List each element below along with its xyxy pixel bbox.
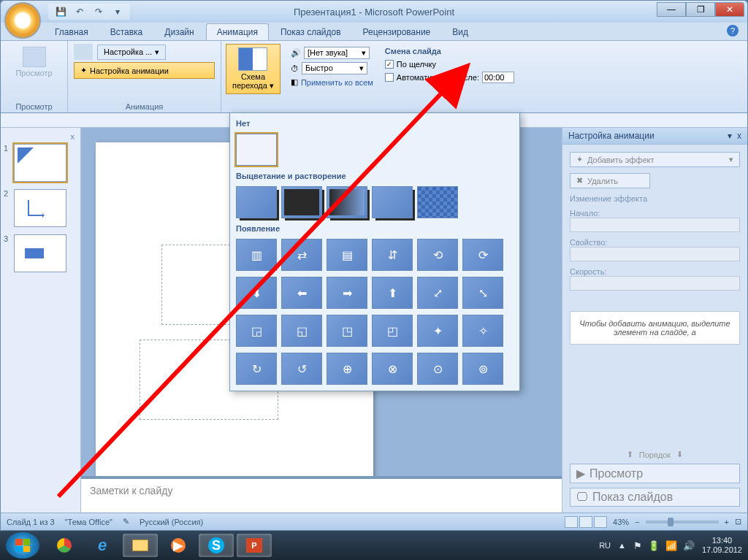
minimize-button[interactable]: — xyxy=(657,2,686,17)
normal-view-button[interactable] xyxy=(565,516,578,528)
zoom-out-icon[interactable]: − xyxy=(635,518,639,526)
zoom-percent[interactable]: 43% xyxy=(613,518,629,526)
transition-item[interactable]: ⬆ xyxy=(372,277,413,309)
qat-dropdown-icon[interactable]: ▾ xyxy=(111,5,124,18)
slide-thumb-2[interactable] xyxy=(14,189,66,227)
transition-item[interactable]: ✦ xyxy=(417,315,458,347)
transition-item[interactable]: ⇄ xyxy=(281,239,322,271)
custom-animation-button[interactable]: ✦ Настройка анимации xyxy=(74,62,215,79)
start-button[interactable] xyxy=(6,532,39,559)
transition-sound-dropdown[interactable]: [Нет звука]▾ xyxy=(304,47,370,59)
start-dropdown[interactable] xyxy=(570,218,740,232)
taskbar-skype-icon[interactable]: S xyxy=(199,534,234,557)
status-language[interactable]: Русский (Россия) xyxy=(140,518,203,526)
animate-dropdown[interactable]: Настройка ...▾ xyxy=(97,45,166,60)
speed-label: Скорость: xyxy=(570,267,740,276)
transition-item[interactable]: ⤢ xyxy=(417,277,458,309)
transition-item[interactable]: ⤡ xyxy=(462,277,503,309)
slide-thumb-1[interactable] xyxy=(14,144,66,182)
transition-item[interactable]: ⬇ xyxy=(236,277,277,309)
transition-item[interactable] xyxy=(327,186,367,218)
tray-flag-icon[interactable]: ⚑ xyxy=(633,540,642,551)
preview-button[interactable]: Просмотр xyxy=(7,44,61,80)
tray-clock[interactable]: 13:40 17.09.2012 xyxy=(702,536,742,555)
transition-item[interactable]: ➡ xyxy=(327,277,367,309)
transition-item[interactable]: ◳ xyxy=(327,315,367,347)
remove-effect-button[interactable]: ✖ Удалить xyxy=(570,173,650,188)
tab-design[interactable]: Дизайн xyxy=(154,24,204,40)
pane-slideshow-button[interactable]: 🖵 Показ слайдов xyxy=(570,488,740,507)
add-effect-button[interactable]: ✦ Добавить эффект ▾ xyxy=(570,152,740,167)
transition-none[interactable] xyxy=(236,134,277,166)
help-icon[interactable]: ? xyxy=(727,25,739,37)
on-click-checkbox[interactable]: ✓ xyxy=(385,60,394,69)
undo-icon[interactable]: ↶ xyxy=(73,5,86,18)
transition-item[interactable]: ▤ xyxy=(327,239,367,271)
transition-item[interactable]: ↺ xyxy=(281,353,322,385)
transition-item[interactable]: ◲ xyxy=(236,315,277,347)
taskbar-powerpoint-icon[interactable]: P xyxy=(237,534,272,557)
order-up-icon[interactable]: ⬆ xyxy=(627,450,633,459)
transition-item[interactable]: ▥ xyxy=(236,239,277,271)
order-down-icon[interactable]: ⬇ xyxy=(676,450,683,459)
zoom-in-icon[interactable]: + xyxy=(725,518,729,526)
property-dropdown[interactable] xyxy=(570,247,740,261)
save-icon[interactable]: 💾 xyxy=(54,5,67,18)
slide-thumb-3[interactable] xyxy=(14,234,66,272)
transition-speed-dropdown[interactable]: Быстро▾ xyxy=(302,62,367,74)
transition-item[interactable]: ⊗ xyxy=(372,353,413,385)
slideshow-view-button[interactable] xyxy=(594,516,607,528)
zoom-slider[interactable] xyxy=(646,521,719,523)
transition-item[interactable] xyxy=(417,186,458,218)
transition-item[interactable]: ↻ xyxy=(236,353,277,385)
transition-item[interactable] xyxy=(236,186,277,218)
tab-view[interactable]: Вид xyxy=(442,24,478,40)
tab-insert[interactable]: Вставка xyxy=(100,24,153,40)
tab-home[interactable]: Главная xyxy=(45,24,99,40)
transition-item[interactable]: ◱ xyxy=(281,315,322,347)
tray-language[interactable]: RU xyxy=(599,541,611,550)
transition-scheme-button[interactable]: Схема перехода ▾ xyxy=(226,44,280,94)
spellcheck-icon[interactable]: ✎ xyxy=(123,517,129,526)
auto-after-checkbox[interactable] xyxy=(385,73,394,82)
taskbar-explorer-icon[interactable] xyxy=(123,534,158,557)
pane-preview-button[interactable]: ▶ Просмотр xyxy=(570,464,740,483)
pane-menu-icon[interactable]: ▾ xyxy=(728,131,732,141)
gallery-section-appear: Появление xyxy=(236,221,514,236)
tray-show-hidden-icon[interactable]: ▲ xyxy=(618,541,626,550)
tray-power-icon[interactable]: 🔋 xyxy=(648,540,660,551)
tab-review[interactable]: Рецензирование xyxy=(353,24,441,40)
transition-item[interactable]: ⊕ xyxy=(327,353,367,385)
office-button[interactable] xyxy=(4,2,41,39)
taskbar-wmp-icon[interactable]: ▶ xyxy=(161,534,196,557)
redo-icon[interactable]: ↷ xyxy=(92,5,105,18)
speed-dropdown[interactable] xyxy=(570,276,740,291)
auto-after-time-input[interactable] xyxy=(482,72,514,83)
transition-item[interactable]: ⊚ xyxy=(462,353,503,385)
tab-animation[interactable]: Анимация xyxy=(206,23,269,40)
play-icon: ▶ xyxy=(576,467,585,480)
transition-item[interactable]: ⟳ xyxy=(462,239,503,271)
screen-icon: 🖵 xyxy=(576,491,588,504)
taskbar-chrome-icon[interactable] xyxy=(47,534,82,557)
transition-item[interactable]: ⬅ xyxy=(281,277,322,309)
transition-item[interactable]: ⇵ xyxy=(372,239,413,271)
transition-item[interactable]: ✧ xyxy=(462,315,503,347)
pane-close-icon[interactable]: x xyxy=(737,131,741,141)
close-button[interactable]: ✕ xyxy=(715,2,744,17)
tray-volume-icon[interactable]: 🔊 xyxy=(683,540,695,551)
transition-item[interactable] xyxy=(372,186,413,218)
panel-close-icon[interactable]: x xyxy=(71,132,75,144)
maximize-button[interactable]: ❐ xyxy=(686,2,715,17)
apply-to-all-link[interactable]: Применить ко всем xyxy=(301,78,373,87)
tray-network-icon[interactable]: 📶 xyxy=(665,540,677,551)
notes-pane[interactable]: Заметки к слайду xyxy=(81,476,562,513)
sorter-view-button[interactable] xyxy=(579,516,592,528)
transition-item[interactable]: ◰ xyxy=(372,315,413,347)
transition-item[interactable] xyxy=(281,186,322,218)
fit-icon[interactable]: ⊡ xyxy=(735,517,741,526)
transition-item[interactable]: ⟲ xyxy=(417,239,458,271)
tab-slideshow[interactable]: Показ слайдов xyxy=(270,24,351,40)
transition-item[interactable]: ⊙ xyxy=(417,353,458,385)
taskbar-ie-icon[interactable]: e xyxy=(85,534,120,557)
